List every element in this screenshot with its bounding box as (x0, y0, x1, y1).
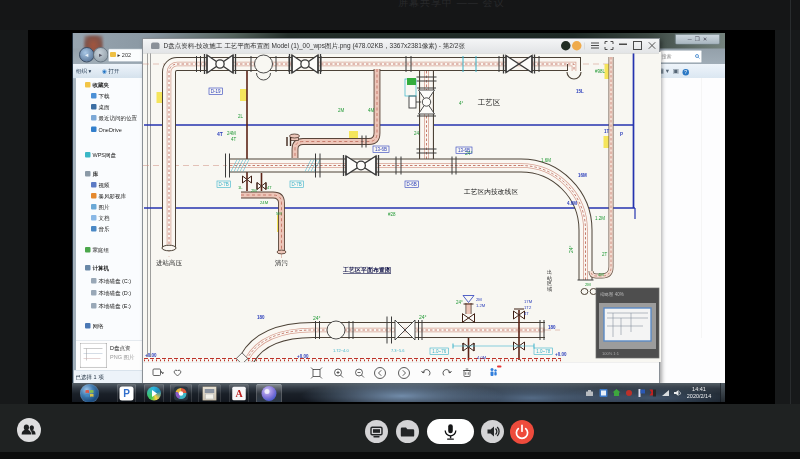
svg-text:1.2M: 1.2M (595, 216, 605, 221)
svg-text:4.0M: 4.0M (477, 355, 487, 360)
svg-text:清污: 清污 (275, 259, 289, 267)
svg-text:P: P (620, 132, 623, 137)
svg-text:4°: 4° (459, 101, 464, 106)
svg-text:15L: 15L (576, 89, 584, 94)
svg-text:4T: 4T (267, 185, 272, 190)
svg-text:D-7B: D-7B (292, 182, 302, 187)
svg-text:4.6M: 4.6M (567, 201, 577, 206)
svg-text:4T: 4T (524, 311, 529, 316)
svg-text:进站高压: 进站高压 (156, 259, 183, 267)
svg-text:2T: 2T (602, 252, 608, 257)
svg-text:#98L: #98L (595, 69, 606, 74)
svg-text:13-6B: 13-6B (458, 148, 470, 153)
svg-text:24°: 24° (419, 314, 427, 320)
svg-text:2M: 2M (251, 188, 257, 193)
svg-text:2M: 2M (476, 297, 482, 302)
svg-text:缩略图 40%: 缩略图 40% (600, 292, 624, 297)
svg-text:+0.00: +0.00 (145, 353, 157, 358)
svg-text:5M: 5M (276, 211, 282, 216)
svg-text:1.6M: 1.6M (541, 158, 551, 163)
svg-text:7.3~5.6: 7.3~5.6 (391, 348, 405, 353)
svg-text:1T2: 1T2 (524, 305, 532, 310)
svg-text:1.0~76: 1.0~76 (432, 349, 446, 354)
svg-text:4T: 4T (231, 137, 237, 142)
svg-text:D-19: D-19 (211, 89, 221, 94)
svg-text:100% 1:1: 100% 1:1 (602, 351, 620, 356)
svg-text:工艺区: 工艺区 (478, 98, 501, 107)
svg-text:180: 180 (548, 325, 556, 330)
svg-text:1.72~4.0: 1.72~4.0 (333, 348, 349, 353)
svg-text:D-7B: D-7B (219, 182, 229, 187)
svg-text:2M: 2M (585, 282, 591, 287)
svg-text:2L: 2L (238, 114, 244, 119)
svg-text:1.2M: 1.2M (476, 303, 486, 308)
svg-text:13-6B: 13-6B (375, 147, 387, 152)
svg-text:+0.00: +0.00 (555, 352, 567, 357)
svg-text:1.0~78: 1.0~78 (536, 349, 550, 354)
svg-text:17M: 17M (524, 299, 533, 304)
svg-text:24°: 24° (456, 300, 463, 305)
svg-text:24M: 24M (260, 200, 269, 205)
svg-text:D-6B: D-6B (407, 182, 417, 187)
svg-text:工艺区平面布置图: 工艺区平面布置图 (342, 266, 391, 274)
svg-text:24°: 24° (313, 315, 321, 321)
svg-text:4M: 4M (598, 272, 604, 277)
svg-text:4T: 4T (217, 131, 223, 137)
svg-text:#28: #28 (388, 212, 396, 217)
svg-text:24M: 24M (227, 131, 236, 136)
svg-text:4M: 4M (368, 108, 375, 113)
svg-text:1T: 1T (604, 129, 610, 134)
svg-text:1L: 1L (238, 185, 243, 190)
svg-text:2M: 2M (338, 108, 345, 113)
svg-text:24: 24 (414, 131, 420, 136)
svg-text:16M: 16M (578, 173, 587, 178)
svg-text:域: 域 (546, 286, 552, 292)
svg-text:24°: 24° (568, 245, 574, 253)
svg-text:180: 180 (257, 315, 265, 320)
svg-text:+0.00: +0.00 (297, 354, 309, 359)
svg-text:工艺区内技改线区: 工艺区内技改线区 (464, 188, 519, 196)
